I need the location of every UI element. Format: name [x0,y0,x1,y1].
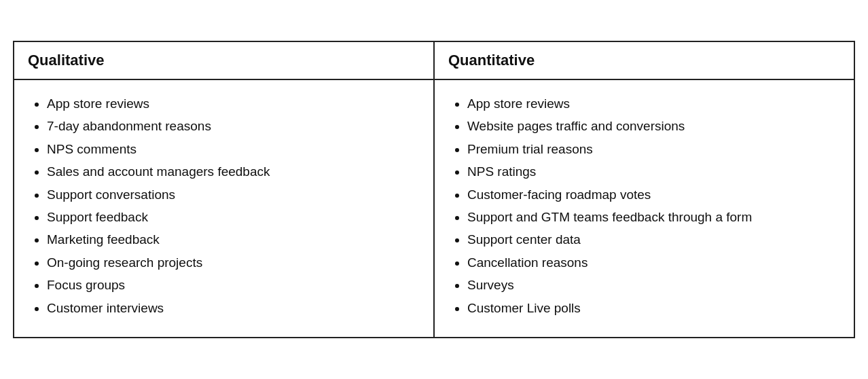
list-item: Marketing feedback [47,230,420,249]
list-item: Customer-facing roadmap votes [467,185,840,204]
quantitative-header: Quantitative [435,42,854,79]
list-item: Focus groups [47,275,420,295]
list-item: Customer interviews [47,298,420,318]
list-item: NPS comments [47,139,420,159]
list-item: Support center data [467,230,840,249]
list-item: Premium trial reasons [467,139,840,159]
list-item: Customer Live polls [467,298,840,318]
list-item: Surveys [467,275,840,295]
list-item: Sales and account managers feedback [47,162,420,181]
list-item: Cancellation reasons [467,253,840,272]
quantitative-column: App store reviewsWebsite pages traffic a… [435,80,854,337]
list-item: Support feedback [47,207,420,227]
list-item: Support conversations [47,185,420,204]
list-item: NPS ratings [467,162,840,181]
list-item: On-going research projects [47,253,420,272]
list-item: Website pages traffic and conversions [467,116,840,136]
quantitative-list: App store reviewsWebsite pages traffic a… [448,94,840,318]
list-item: Support and GTM teams feedback through a… [467,207,840,227]
list-item: 7-day abandonment reasons [47,116,420,136]
qualitative-list: App store reviews7-day abandonment reaso… [28,94,420,318]
qualitative-header: Qualitative [14,42,435,79]
comparison-table: Qualitative Quantitative App store revie… [13,41,855,338]
table-body: App store reviews7-day abandonment reaso… [14,80,854,337]
list-item: App store reviews [47,94,420,113]
qualitative-column: App store reviews7-day abandonment reaso… [14,80,435,337]
list-item: App store reviews [467,94,840,113]
table-header: Qualitative Quantitative [14,42,854,80]
